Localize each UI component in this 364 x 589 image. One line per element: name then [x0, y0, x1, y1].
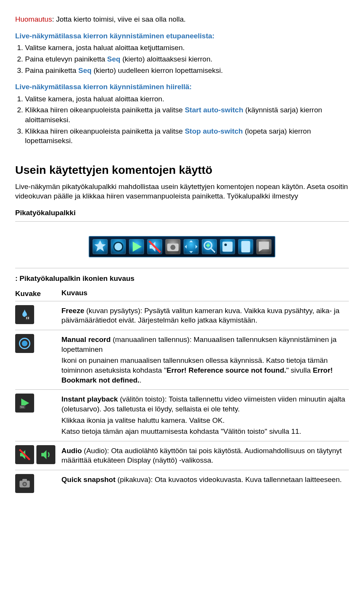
- note-text: : Jotta kierto toimisi, viive ei saa oll…: [52, 15, 186, 23]
- svg-rect-10: [241, 241, 250, 252]
- list-text: Klikkaa hiiren oikeanpuoleista painikett…: [25, 127, 185, 135]
- desc-cell: Instant playback (välitön toisto): Toist…: [61, 393, 349, 438]
- icon-description-table: Kuvake Kuvaus Freeze (kuvan pysäytys): P…: [15, 287, 349, 496]
- audio-mute-icon: [15, 445, 34, 464]
- desc-cell: Freeze (kuvan pysäytys): Pysäytä valitun…: [61, 304, 349, 327]
- error-ref: Error! Reference source not found.: [166, 366, 286, 374]
- ptz-icon: [184, 239, 199, 254]
- row-text: (pikakuva): Ota kuvaotos videokuvasta. K…: [116, 476, 342, 483]
- table-row: Audio (Audio): Ota audiolähtö käyttöön t…: [15, 441, 349, 470]
- row-text: .: [140, 376, 141, 384]
- snapshot-icon: [15, 474, 34, 493]
- svg-line-5: [211, 249, 215, 252]
- divider: [15, 221, 349, 222]
- table-header: Kuvake Kuvaus: [15, 287, 349, 301]
- toolbar-label: Pikatyökalupalkki: [15, 208, 349, 218]
- table-row: Manual record (manuaalinen tallennus): M…: [15, 330, 349, 389]
- seq-label: Seq: [107, 55, 121, 63]
- table-title: : Pikatyökalupalkin ikonien kuvaus: [15, 274, 349, 283]
- icon-cell: [15, 304, 57, 327]
- audio-mute-icon: [147, 239, 162, 254]
- svg-point-3: [170, 245, 175, 250]
- row-title: Instant playback: [61, 395, 118, 403]
- th-desc: Kuvaus: [61, 288, 349, 299]
- icon-cell: 5m: [15, 393, 57, 438]
- audio-on-icon: [36, 445, 55, 464]
- th-icon: Kuvake: [15, 288, 57, 299]
- svg-rect-20: [22, 479, 27, 481]
- desc-cell: Manual record (manuaalinen tallennus): M…: [61, 333, 349, 386]
- heading-panel: Live-näkymätilassa kierron käynnistämine…: [15, 31, 349, 41]
- icon-cell: [15, 473, 57, 493]
- svg-rect-12: [27, 317, 27, 319]
- mouse-list: Valitse kamera, josta haluat aloittaa ki…: [15, 94, 349, 146]
- list-text: Valitse kamera, josta haluat aloittaa ke…: [25, 44, 185, 52]
- zoom-icon: [202, 239, 217, 254]
- quick-toolbar: [89, 236, 275, 257]
- svg-rect-8: [223, 242, 233, 252]
- svg-point-15: [22, 341, 28, 346]
- list-text: (kierto) aloittaaksesi kierron.: [120, 55, 212, 63]
- panel-list: Valitse kamera, josta haluat aloittaa ke…: [15, 43, 349, 75]
- desc-cell: Audio (Audio): Ota audiolähtö käyttöön t…: [61, 444, 349, 467]
- list-text: Valitse kamera, josta haluat aloittaa ki…: [25, 95, 164, 103]
- section-text: Live-näkymän pikatyökalupalkki mahdollis…: [15, 182, 349, 201]
- desc-cell: Quick snapshot (pikakuva): Ota kuvaotos …: [61, 473, 349, 493]
- list-item: Klikkaa hiiren oikeanpuoleista painikett…: [25, 105, 349, 124]
- note-label: Huomautus: [15, 15, 52, 23]
- record-icon: [111, 239, 126, 254]
- freeze-icon: [15, 305, 34, 324]
- row-text: Katso tietoja tämän ajan muuttamisesta k…: [61, 427, 349, 436]
- close-icon: [238, 239, 253, 254]
- record-icon: [15, 334, 34, 353]
- svg-text:5m: 5m: [20, 406, 24, 408]
- list-item: Valitse kamera, josta haluat aloittaa ki…: [25, 94, 349, 104]
- row-title: Quick snapshot: [61, 476, 116, 483]
- row-title: Manual record: [61, 335, 111, 343]
- note-paragraph: Huomautus: Jotta kierto toimisi, viive e…: [15, 14, 349, 24]
- list-item: Valitse kamera, josta haluat aloittaa ke…: [25, 43, 349, 53]
- list-item: Klikkaa hiiren oikeanpuoleista painikett…: [25, 126, 349, 146]
- svg-point-22: [24, 483, 26, 485]
- row-text: Klikkaa ikonia ja valitse haluttu kamera…: [61, 416, 349, 425]
- chat-icon: [256, 239, 271, 254]
- list-text: (kierto) uudelleen kierron lopettamiseks…: [91, 66, 223, 74]
- start-autoswitch-label: Start auto-switch: [185, 106, 243, 114]
- divider: [15, 268, 349, 268]
- svg-point-0: [114, 243, 122, 251]
- list-text: Klikkaa hiiren oikeanpuoleista painikett…: [25, 106, 185, 114]
- row-text: (Audio): Ota audiolähtö käyttöön tai poi…: [61, 447, 342, 465]
- image-settings-icon: [220, 239, 235, 254]
- table-row: Freeze (kuvan pysäytys): Pysäytä valitun…: [15, 301, 349, 330]
- icon-cell: [15, 444, 57, 467]
- stop-autoswitch-label: Stop auto-switch: [185, 127, 243, 135]
- freeze-icon: [93, 239, 108, 254]
- icon-cell: [15, 333, 57, 386]
- row-title: Freeze: [61, 307, 84, 315]
- heading-mouse: Live-näkymätilassa kierron käynnistämine…: [15, 82, 349, 92]
- row-text: (kuvan pysäytys): Pysäytä valitun kamera…: [61, 307, 339, 324]
- list-text: Paina etulevyn painiketta: [25, 55, 107, 63]
- list-item: Paina painiketta Seq (kierto) uudelleen …: [25, 66, 349, 76]
- seq-label: Seq: [78, 66, 92, 74]
- row-text: " sivulla: [286, 366, 313, 374]
- table-row: 5m Instant playback (välitön toisto): To…: [15, 389, 349, 441]
- list-item: Paina etulevyn painiketta Seq (kierto) a…: [25, 54, 349, 64]
- snapshot-icon: [165, 239, 180, 254]
- section-title: Usein käytettyjen komentojen käyttö: [15, 162, 349, 178]
- row-title: Audio: [61, 447, 82, 455]
- svg-point-9: [224, 244, 227, 246]
- svg-rect-11: [25, 316, 30, 320]
- table-row: Quick snapshot (pikakuva): Ota kuvaotos …: [15, 470, 349, 496]
- list-text: Paina painiketta: [25, 66, 78, 74]
- playback-icon: [129, 239, 144, 254]
- toolbar-image: [15, 236, 349, 257]
- svg-rect-13: [28, 317, 29, 319]
- playback-icon: 5m: [15, 394, 34, 413]
